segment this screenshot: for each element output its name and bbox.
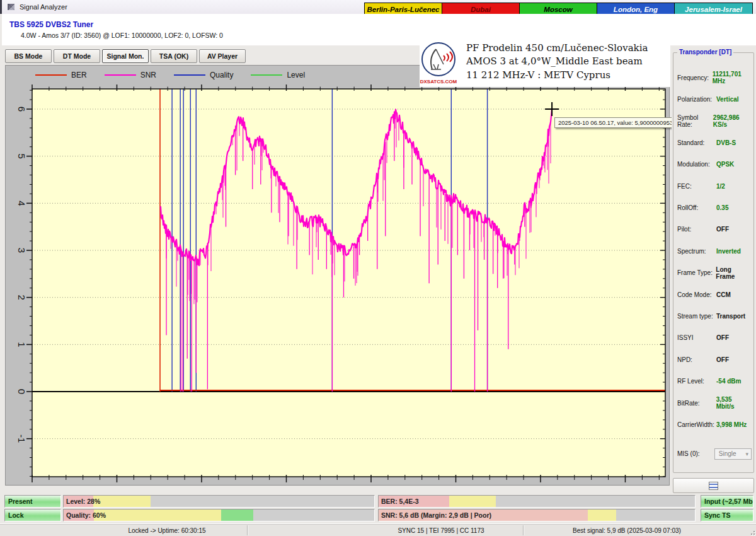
stream-list-icon <box>709 482 718 490</box>
tp-label: NPD: <box>677 356 716 363</box>
y-axis-label: 5 <box>16 153 27 158</box>
tp-value: QPSK <box>716 161 734 168</box>
app-dish-icon <box>7 3 16 11</box>
tp-row-standard: Standard: DVB-S <box>677 132 752 153</box>
tp-row-polarization: Polarization: Vertical <box>677 88 752 110</box>
signal-chart[interactable]: -10123456 <box>6 66 669 485</box>
tp-label: Code Mode: <box>677 291 716 298</box>
chart-tooltip: 2025-03-10 06.50.17, value: 5,9000000953… <box>554 117 690 128</box>
tp-label: CarrierWidth: <box>677 421 716 428</box>
tp-label: Polarization: <box>677 96 716 103</box>
tp-row-rf-level: RF Level: -54 dBm <box>677 370 752 392</box>
legend-label: SNR <box>140 71 156 79</box>
mode-button-tsa-ok[interactable]: TSA (OK) <box>151 49 197 63</box>
legend-item-ber: BER <box>35 71 105 79</box>
legend-label: BER <box>71 71 87 79</box>
tuner-detail: 4.0W - Amos 3/7 (ID: 3560) @ LOF1: 10000… <box>21 32 223 39</box>
tp-value: 1/2 <box>716 183 725 190</box>
stream-button[interactable] <box>673 478 754 493</box>
tp-row-issyi: ISSYI OFF <box>677 327 752 349</box>
tp-value: 3,535 Mbit/s <box>716 396 752 410</box>
tp-label: Stream type: <box>677 313 716 320</box>
resize-grip[interactable] <box>748 528 755 535</box>
tp-value: OFF <box>716 334 729 341</box>
tp-row-mis: MIS (0): Single▾ <box>677 443 752 465</box>
tp-label: MIS (0): <box>677 450 714 457</box>
caption-text: PF Prodelin 450 cm/Lučenec-Slovakia AMOS… <box>457 39 648 87</box>
tp-value: Inverted <box>716 248 741 255</box>
legend-swatch <box>35 74 67 76</box>
ber-bar: BER: 5,4E-3 <box>378 495 696 508</box>
input-indicator: Input (~2,57 Mbps) <box>701 495 753 508</box>
tp-value: DVB-S <box>716 139 736 146</box>
tp-value: CCM <box>716 291 731 298</box>
snr-bar-label: SNR: 5,6 dB (Margin: 2,9 dB | Poor) <box>381 510 491 521</box>
statusbar-lock-uptime: Locked -> Uptime: 60:30:15 <box>128 524 205 536</box>
legend-swatch <box>251 74 282 76</box>
window-title: Signal Analyzer <box>20 3 67 11</box>
tp-label: Standard: <box>677 139 716 146</box>
tp-value: Transport <box>716 313 745 320</box>
y-axis-label: 2 <box>16 294 27 300</box>
tp-value: OFF <box>716 356 729 363</box>
input-indicator-label: Input (~2,57 Mbps) <box>701 496 753 507</box>
mode-button-bs-mode[interactable]: BS Mode <box>5 49 52 63</box>
transponder-rows: Frequency: 11211,701 MHzPolarization: Ve… <box>677 67 752 465</box>
tp-value: Long Frame <box>716 266 752 280</box>
sync-ts-indicator: Sync TS <box>701 509 753 521</box>
tp-value: 3,998 MHz <box>716 421 747 428</box>
tp-row-code-mode: Code Mode: CCM <box>677 284 752 305</box>
y-axis-label: 0 <box>16 389 27 394</box>
tp-value: 2962,986 KS/s <box>713 114 752 128</box>
tp-label: Pilot: <box>677 226 716 233</box>
mode-button-signal-mon[interactable]: Signal Mon. <box>102 49 149 63</box>
y-axis-label: 1 <box>16 342 27 347</box>
y-axis-label: 6 <box>16 107 27 112</box>
transponder-panel: Transponder [DT] Frequency: 11211,701 MH… <box>672 47 755 493</box>
tp-value: 0.35 <box>716 204 728 211</box>
chevron-down-icon: ▾ <box>745 451 748 457</box>
status-bars: PresentLock Level: 28% Quality: 60% BER:… <box>0 494 756 523</box>
tp-row-frequency: Frequency: 11211,701 MHz <box>677 67 752 88</box>
legend-swatch <box>105 74 136 76</box>
statusbar-best-signal: Best signal: 5,9 dB (2025-03-09 07:03) <box>573 524 681 536</box>
present-indicator-label: Present <box>5 496 60 507</box>
legend-item-snr: SNR <box>105 71 174 79</box>
tp-label: ISSYI <box>677 334 716 341</box>
tp-value: OFF <box>716 226 729 233</box>
tuner-name: TBS 5925 DVBS2 Tuner <box>9 20 93 29</box>
tp-value: 11211,701 MHz <box>713 71 752 84</box>
tp-row-bitrate: BitRate: 3,535 Mbit/s <box>677 392 752 414</box>
dxsatcs-logo: DXSATCS.COM <box>420 39 457 86</box>
quality-bar: Quality: 60% <box>63 509 375 521</box>
tp-label: Modulation: <box>677 161 716 168</box>
tp-label: Symbol Rate: <box>677 114 713 128</box>
level-bar-label: Level: 28% <box>66 496 100 507</box>
legend-label: Quality <box>210 71 233 79</box>
caption-line-2: AMOS 3 at 4,0°W_Middle East beam <box>466 55 648 68</box>
mis-dropdown[interactable]: Single▾ <box>714 448 752 460</box>
chart-panel: -10123456 BER SNR Quality Level <box>5 65 670 486</box>
tp-label: Spectrum: <box>677 248 716 255</box>
tp-label: BitRate: <box>677 400 716 407</box>
signal-analyzer-window: Signal Analyzer Berlin-Paris-Lučenec Mon… <box>0 0 756 536</box>
mode-button-dt-mode[interactable]: DT Mode <box>54 49 100 63</box>
lock-indicator-label: Lock <box>5 510 60 521</box>
lock-indicator: Lock <box>4 509 61 521</box>
tooltip-text: 2025-03-10 06.50.17, value: 5,9000000953… <box>558 119 686 126</box>
tp-row-symbol-rate: Symbol Rate: 2962,986 KS/s <box>677 110 752 132</box>
statusbar-divider <box>523 525 524 535</box>
mode-button-av-player[interactable]: AV Player <box>199 49 246 63</box>
tp-value: Vertical <box>716 96 739 103</box>
status-bar: Locked -> Uptime: 60:30:15 SYNC 15 | TEI… <box>0 523 756 536</box>
ber-bar-label: BER: 5,4E-3 <box>381 496 419 507</box>
snr-bar: SNR: 5,6 dB (Margin: 2,9 dB | Poor) <box>378 509 696 521</box>
tp-row-npd: NPD: OFF <box>677 349 752 370</box>
tp-row-carrierwidth: CarrierWidth: 3,998 MHz <box>677 414 752 435</box>
tp-label: RF Level: <box>677 378 716 385</box>
y-axis-label: -1 <box>16 434 27 443</box>
legend-swatch <box>174 74 205 76</box>
caption-line-1: PF Prodelin 450 cm/Lučenec-Slovakia <box>466 42 648 55</box>
transponder-title: Transponder [DT] <box>677 49 733 55</box>
logo-text: DXSATCS.COM <box>420 79 457 84</box>
